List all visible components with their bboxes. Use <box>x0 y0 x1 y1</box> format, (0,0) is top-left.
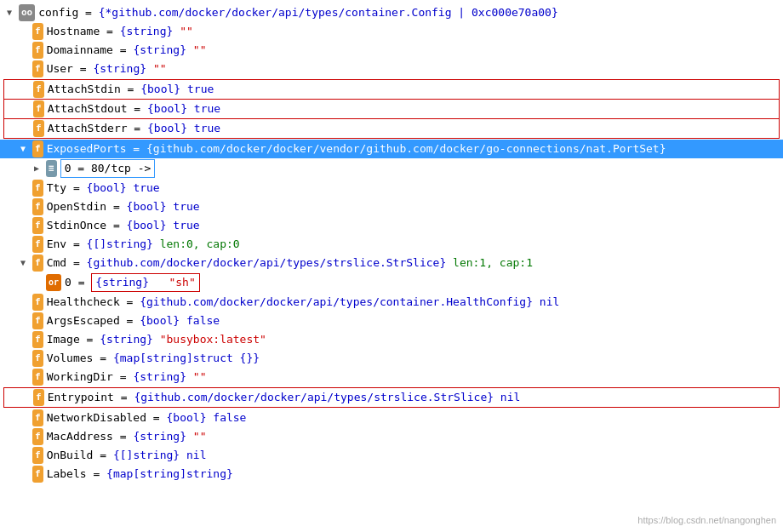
cmd-type: {github.com/docker/docker/api/types/strs… <box>87 255 447 272</box>
domainname-key: Domainname <box>47 42 113 59</box>
healthcheck-key: Healthcheck <box>47 294 120 311</box>
badge-f-stdinonce: f <box>32 217 43 234</box>
user-key: User <box>47 60 73 77</box>
stdinonce-type: {bool} <box>127 217 167 234</box>
healthcheck-type: {github.com/docker/docker/api/types/cont… <box>140 294 533 311</box>
badge-f-healthcheck: f <box>32 294 43 311</box>
line-volumes: f Volumes = {map[string]struct {}} <box>0 349 783 368</box>
onbuild-key: OnBuild <box>47 447 94 464</box>
arrow-port80[interactable] <box>34 160 44 177</box>
line-onbuild: f OnBuild = {[]string} nil <box>0 446 783 465</box>
entrypoint-key: Entrypoint <box>48 389 114 406</box>
badge-doc-port80: ≡ <box>46 160 57 177</box>
config-type: {*github.com/docker/docker/api/types/con… <box>99 4 558 21</box>
arrow-cmd[interactable] <box>20 255 31 272</box>
badge-f-macaddress: f <box>32 428 43 445</box>
badge-f-tty: f <box>32 180 43 197</box>
attachstderr-type: {bool} <box>147 120 187 137</box>
line-attachstdout: f AttachStdout = {bool} true <box>3 100 780 119</box>
badge-f-openstdin: f <box>32 198 43 215</box>
attachstderr-value: true <box>194 120 220 137</box>
cmd0-value-container: {string} "sh" <box>91 273 199 292</box>
image-key: Image <box>47 331 80 348</box>
config-key: config <box>38 4 78 21</box>
badge-f-networkdisabled: f <box>32 409 43 426</box>
badge-f-entrypoint: f <box>33 389 44 406</box>
badge-f-attachstdout: f <box>33 100 44 117</box>
stdinonce-key: StdinOnce <box>47 217 106 234</box>
image-value: "busybox:latest" <box>160 331 266 348</box>
exposedports-key: ExposedPorts <box>47 140 127 157</box>
domainname-value: "" <box>193 42 207 59</box>
volumes-key: Volumes <box>47 350 94 367</box>
attachstdout-value: true <box>194 100 220 117</box>
user-value: "" <box>153 60 167 77</box>
networkdisabled-value: false <box>213 409 246 426</box>
line-workingdir: f WorkingDir = {string} "" <box>0 368 783 386</box>
line-port-80: ≡ 0 = 80/tcp -> <box>0 158 783 179</box>
line-cmd: f Cmd = {github.com/docker/docker/api/ty… <box>0 254 783 272</box>
line-image: f Image = {string} "busybox:latest" <box>0 330 783 349</box>
networkdisabled-type: {bool} <box>167 409 207 426</box>
line-cmd-0: or 0 = {string} "sh" <box>0 272 783 293</box>
badge-oo: oo <box>19 4 35 21</box>
line-attachstderr: f AttachStderr = {bool} true <box>3 119 780 139</box>
openstdin-value: true <box>173 198 199 215</box>
line-entrypoint: f Entrypoint = {github.com/docker/docker… <box>3 387 780 408</box>
badge-f-argsescaped: f <box>32 312 43 329</box>
badge-f-cmd: f <box>32 255 43 272</box>
line-attachstdin: f AttachStdin = {bool} true <box>3 79 780 100</box>
argsescaped-value: false <box>186 312 220 329</box>
cmd0-key: 0 = <box>65 274 84 291</box>
port80-content: 0 = 80/tcp -> <box>60 159 156 178</box>
networkdisabled-key: NetworkDisabled <box>47 409 146 426</box>
attachstderr-key: AttachStderr <box>48 120 128 137</box>
badge-f-attachstderr: f <box>33 120 44 137</box>
volumes-type: {map[string]struct {}} <box>113 350 260 367</box>
hostname-key: Hostname <box>47 23 100 40</box>
tty-key: Tty <box>47 180 66 197</box>
line-stdinonce: f StdinOnce = {bool} true <box>0 216 783 235</box>
badge-f-user: f <box>32 60 43 77</box>
workingdir-key: WorkingDir <box>47 369 113 386</box>
line-macaddress: f MacAddress = {string} "" <box>0 427 783 446</box>
attachstdin-value: true <box>187 81 214 98</box>
cmd0-value: "sh" <box>169 276 195 289</box>
line-user: f User = {string} "" <box>0 60 783 78</box>
tty-value: true <box>133 180 159 197</box>
badge-or-cmd0: or <box>46 274 61 291</box>
env-value: len:0, cap:0 <box>160 236 240 253</box>
attachstdout-key: AttachStdout <box>48 100 128 117</box>
badge-f-image: f <box>32 331 43 348</box>
badge-f-domainname: f <box>32 42 43 59</box>
onbuild-value: nil <box>186 447 206 464</box>
image-type: {string} <box>100 331 153 348</box>
entrypoint-type: {github.com/docker/docker/api/types/strs… <box>134 389 494 406</box>
arrow-config[interactable] <box>7 4 17 21</box>
macaddress-value: "" <box>193 428 207 445</box>
argsescaped-key: ArgsEscaped <box>47 312 120 329</box>
macaddress-type: {string} <box>133 428 186 445</box>
entrypoint-value: nil <box>500 389 520 406</box>
line-openstdin: f OpenStdin = {bool} true <box>0 197 783 216</box>
cmd-value: len:1, cap:1 <box>453 255 533 272</box>
workingdir-value: "" <box>193 369 207 386</box>
env-type: {[]string} <box>87 236 153 253</box>
argsescaped-type: {bool} <box>140 312 180 329</box>
line-exposedports: f ExposedPorts = {github.com/docker/dock… <box>0 140 783 158</box>
badge-f-volumes: f <box>32 350 43 367</box>
onbuild-type: {[]string} <box>113 447 180 464</box>
badge-f-workingdir: f <box>32 369 43 386</box>
badge-f-hostname: f <box>32 23 43 40</box>
openstdin-key: OpenStdin <box>47 198 106 215</box>
openstdin-type: {bool} <box>127 198 167 215</box>
attachstdout-type: {bool} <box>147 100 187 117</box>
stdinonce-value: true <box>173 217 199 234</box>
badge-f-labels: f <box>32 466 43 483</box>
workingdir-type: {string} <box>133 369 186 386</box>
arrow-exposedports[interactable] <box>20 140 31 157</box>
badge-f-env: f <box>32 236 43 253</box>
tty-type: {bool} <box>87 180 127 197</box>
labels-key: Labels <box>47 466 87 483</box>
watermark-text: https://blog.csdn.net/nangonghen <box>637 515 776 525</box>
